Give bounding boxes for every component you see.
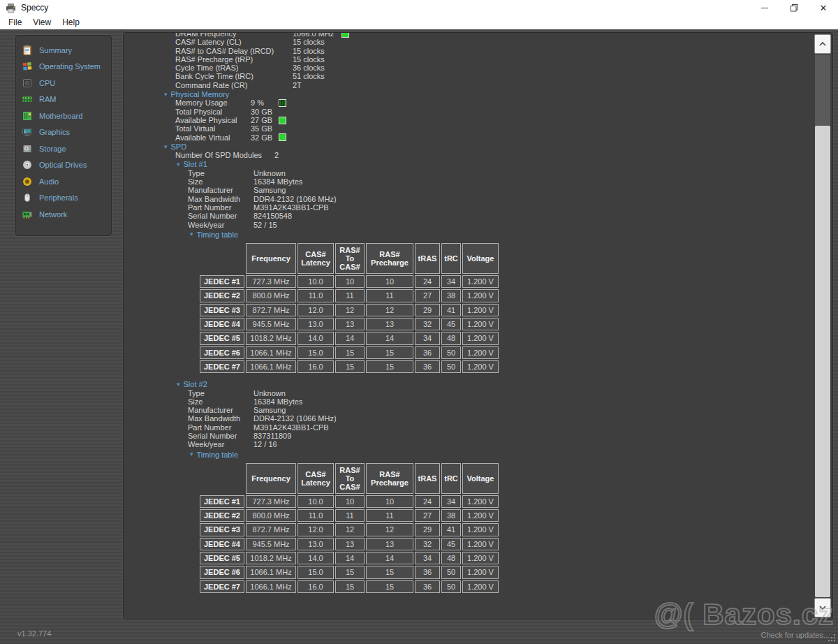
property-row: Available Virtual 32 GB xyxy=(175,133,813,142)
cell-trc: 48 xyxy=(441,552,461,564)
vertical-scrollbar[interactable] xyxy=(814,34,831,617)
sidebar-item-summary[interactable]: Summary xyxy=(16,42,111,59)
property-value: 16384 MBytes xyxy=(253,397,302,406)
property-value: 2 xyxy=(274,151,279,159)
property-label: Memory Usage xyxy=(175,98,251,107)
check-for-updates-link[interactable]: Check for updates... xyxy=(761,631,830,639)
property-label: Command Rate (CR) xyxy=(175,81,293,89)
property-label: RAS# to CAS# Delay (tRCD) xyxy=(175,47,293,55)
section-spd[interactable]: ▾ SPD xyxy=(164,142,813,151)
scroll-down-button[interactable] xyxy=(814,598,831,617)
close-icon: ✕ xyxy=(820,3,828,13)
cell-voltage: 1.200 V xyxy=(462,346,499,359)
sidebar-item-storage[interactable]: Storage xyxy=(16,140,111,157)
jedec-row-label: JEDEC #6 xyxy=(200,566,244,578)
cell-cas-latency: 13.0 xyxy=(297,538,334,550)
property-row: Size 16384 MBytes xyxy=(188,397,813,406)
sidebar-item-label: Motherboard xyxy=(39,112,82,120)
cell-frequency: 872.7 MHz xyxy=(246,304,296,316)
window-title: Speccy xyxy=(21,3,48,13)
cell-ras-to-cas: 12 xyxy=(335,304,365,316)
cell-voltage: 1.200 V xyxy=(462,509,499,522)
sidebar-item-peripherals[interactable]: Peripherals xyxy=(16,190,111,207)
timing-table-header-row: Frequency CAS# Latency RAS# To CAS# RAS#… xyxy=(200,243,499,274)
section-slot-2[interactable]: ▾ Slot #2 xyxy=(177,380,813,388)
jedec-row-label: JEDEC #6 xyxy=(200,346,244,359)
section-label: Timing table xyxy=(197,230,239,239)
property-value: 15 clocks xyxy=(293,47,341,55)
sidebar-item-motherboard[interactable]: Motherboard xyxy=(16,108,111,124)
section-physical-memory[interactable]: ▾ Physical Memory xyxy=(164,90,813,98)
collapse-arrow-icon: ▾ xyxy=(177,161,180,168)
scroll-up-button[interactable] xyxy=(814,34,831,54)
property-row: RAS# to CAS# Delay (tRCD) 15 clocks xyxy=(175,47,813,55)
property-value: M391A2K43BB1-CPB xyxy=(253,203,329,212)
sidebar-item-cpu[interactable]: CPU xyxy=(16,75,111,92)
property-label: Available Virtual xyxy=(175,133,251,142)
scrollbar-thumb[interactable] xyxy=(815,126,830,597)
cell-cas-latency: 14.0 xyxy=(297,552,334,564)
property-value: Unknown xyxy=(253,169,286,177)
cell-ras-to-cas: 15 xyxy=(335,346,365,359)
sidebar-item-graphics[interactable]: Graphics xyxy=(16,124,111,141)
restore-button[interactable] xyxy=(779,0,809,15)
minimize-button[interactable] xyxy=(750,0,779,15)
column-header: CAS# Latency xyxy=(297,463,334,494)
jedec-row-label: JEDEC #5 xyxy=(200,552,244,564)
property-label: Size xyxy=(188,397,253,406)
close-button[interactable]: ✕ xyxy=(809,0,838,15)
timing-table-row: JEDEC #4 945.5 MHz 13.0 13 13 32 45 1.20… xyxy=(200,538,499,550)
collapse-arrow-icon: ▾ xyxy=(190,451,193,458)
sidebar-item-audio[interactable]: Audio xyxy=(16,173,111,190)
jedec-row-label: JEDEC #4 xyxy=(200,538,244,550)
minimize-icon xyxy=(761,8,768,8)
property-row: Manufacturer Samsung xyxy=(188,406,813,414)
cell-ras-to-cas: 15 xyxy=(335,566,365,578)
cell-frequency: 727.3 MHz xyxy=(246,275,296,288)
column-header: RAS# Precharge xyxy=(366,243,413,274)
main-area: Summary Operating System CPU RAM Motherb… xyxy=(0,29,838,644)
sidebar-item-ram[interactable]: RAM xyxy=(16,92,111,108)
cell-ras-precharge: 14 xyxy=(366,552,413,564)
sidebar-item-network[interactable]: Network xyxy=(16,206,111,223)
chevron-down-icon xyxy=(819,606,826,610)
sidebar-item-operating-system[interactable]: Operating System xyxy=(16,59,111,75)
cell-voltage: 1.200 V xyxy=(462,360,499,373)
timing-table-slot-2: Frequency CAS# Latency RAS# To CAS# RAS#… xyxy=(198,462,500,594)
cell-cas-latency: 11.0 xyxy=(297,509,334,522)
cpu-chip-icon xyxy=(22,78,33,89)
cell-tras: 29 xyxy=(415,523,440,536)
section-slot-1[interactable]: ▾ Slot #1 xyxy=(177,160,813,168)
cell-cas-latency: 16.0 xyxy=(297,580,334,593)
menu-help[interactable]: Help xyxy=(57,16,85,29)
status-indicator-icon xyxy=(279,133,286,141)
sidebar-item-optical-drives[interactable]: Optical Drives xyxy=(16,157,111,174)
column-header: Voltage xyxy=(462,463,499,494)
cell-trc: 38 xyxy=(441,509,461,522)
menu-view[interactable]: View xyxy=(27,16,57,29)
property-value: 1066.0 MHz xyxy=(293,32,341,38)
cell-ras-precharge: 10 xyxy=(366,275,413,288)
menu-file[interactable]: File xyxy=(3,16,27,29)
cell-trc: 41 xyxy=(441,523,461,536)
resize-grip-icon[interactable] xyxy=(828,634,836,642)
property-value: DDR4-2132 (1066 MHz) xyxy=(253,414,337,423)
cell-ras-precharge: 13 xyxy=(366,538,413,550)
cell-tras: 32 xyxy=(415,538,440,550)
section-timing-table-2[interactable]: ▾ Timing table xyxy=(190,451,813,459)
cell-trc: 48 xyxy=(441,332,461,344)
cell-trc: 50 xyxy=(441,360,461,373)
property-row: Part Number M391A2K43BB1-CPB xyxy=(188,423,813,432)
cell-voltage: 1.200 V xyxy=(462,318,499,330)
scrollbar-track[interactable] xyxy=(815,54,830,597)
cell-ras-to-cas: 10 xyxy=(335,495,365,508)
cell-ras-precharge: 12 xyxy=(366,304,413,316)
section-label: Slot #1 xyxy=(184,160,207,168)
column-header: Frequency xyxy=(246,463,296,494)
property-value: 35 GB xyxy=(251,124,279,133)
timing-table-row: JEDEC #6 1066.1 MHz 15.0 15 15 36 50 1.2… xyxy=(200,566,499,578)
property-label: Max Bandwidth xyxy=(188,414,253,423)
status-indicator-icon xyxy=(279,99,286,107)
cell-ras-precharge: 12 xyxy=(366,523,413,536)
section-timing-table-1[interactable]: ▾ Timing table xyxy=(190,230,813,239)
